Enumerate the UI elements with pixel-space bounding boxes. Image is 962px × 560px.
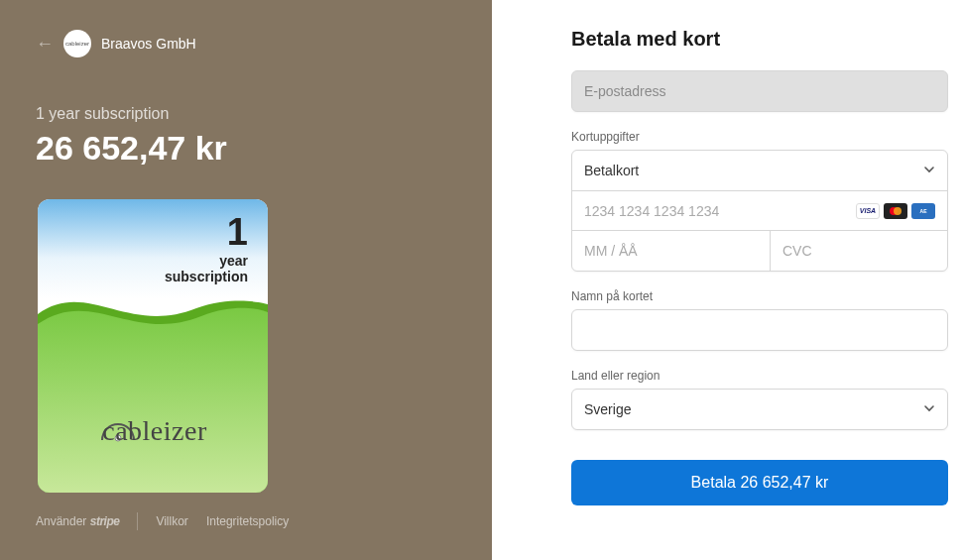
svg-point-2 xyxy=(894,207,902,215)
country-label: Land eller region xyxy=(571,369,948,383)
product-image-card: 1 year subscription cableizer xyxy=(38,199,268,493)
country-select-box: Sverige xyxy=(571,389,948,430)
card-sub-text: subscription xyxy=(165,269,248,284)
terms-link[interactable]: Villkor xyxy=(156,514,187,528)
product-summary-panel: ← cableizer Braavos GmbH 1 year subscrip… xyxy=(0,0,492,560)
card-info-group: Kortuppgifter Betalkort VISA AE xyxy=(571,130,948,272)
merchant-logo-text: cableizer xyxy=(65,41,89,47)
product-label: 1 year subscription xyxy=(36,105,456,123)
stripe-logo: stripe xyxy=(90,514,120,528)
name-input-box xyxy=(571,309,948,351)
chevron-down-icon xyxy=(923,164,935,178)
card-subscription-text: 1 year subscription xyxy=(165,213,248,284)
pay-button[interactable]: Betala 26 652,47 kr xyxy=(571,460,948,505)
cvc-field[interactable] xyxy=(782,243,948,259)
expiry-cvc-row xyxy=(572,230,947,271)
expiry-field[interactable] xyxy=(584,243,758,259)
visa-icon: VISA xyxy=(856,203,880,219)
merchant-header: ← cableizer Braavos GmbH xyxy=(36,30,456,57)
card-big-number: 1 xyxy=(165,213,248,251)
country-value: Sverige xyxy=(584,401,923,417)
powered-by: Använder stripe xyxy=(36,514,119,528)
payment-method-select[interactable]: Betalkort xyxy=(572,151,947,190)
privacy-link[interactable]: Integritetspolicy xyxy=(206,514,289,528)
powered-by-text: Använder xyxy=(36,514,86,528)
card-brand-icons: VISA AE xyxy=(856,203,935,219)
back-arrow-icon[interactable]: ← xyxy=(36,35,54,53)
card-brand-logo: cableizer xyxy=(38,415,268,447)
country-group: Land eller region Sverige xyxy=(571,369,948,430)
email-group xyxy=(571,70,948,112)
pay-title: Betala med kort xyxy=(571,28,948,51)
mastercard-icon xyxy=(884,203,907,219)
product-price: 26 652,47 kr xyxy=(36,129,456,168)
name-label: Namn på kortet xyxy=(571,289,948,303)
chevron-down-icon xyxy=(923,402,935,417)
cardholder-name-field[interactable] xyxy=(584,322,935,338)
country-select[interactable]: Sverige xyxy=(572,390,947,429)
footer-row: Använder stripe Villkor Integritetspolic… xyxy=(36,512,456,530)
name-group: Namn på kortet xyxy=(571,289,948,351)
email-field xyxy=(584,83,935,99)
payment-method-value: Betalkort xyxy=(584,163,923,178)
card-info-label: Kortuppgifter xyxy=(571,130,948,144)
svg-text:AE: AE xyxy=(920,208,928,214)
email-input-box xyxy=(571,70,948,112)
card-wave-graphic xyxy=(38,286,268,493)
merchant-logo: cableizer xyxy=(63,30,91,57)
card-number-field[interactable] xyxy=(584,203,856,219)
payment-form-panel: Betala med kort Kortuppgifter Betalkort … xyxy=(492,0,962,560)
card-number-row: VISA AE xyxy=(572,190,947,230)
amex-icon: AE xyxy=(911,203,935,219)
card-year-text: year xyxy=(165,253,248,269)
footer-divider xyxy=(137,512,138,530)
card-brand-text: cableizer xyxy=(102,415,207,446)
card-info-box: Betalkort VISA AE xyxy=(571,150,948,272)
merchant-name: Braavos GmbH xyxy=(101,36,196,52)
